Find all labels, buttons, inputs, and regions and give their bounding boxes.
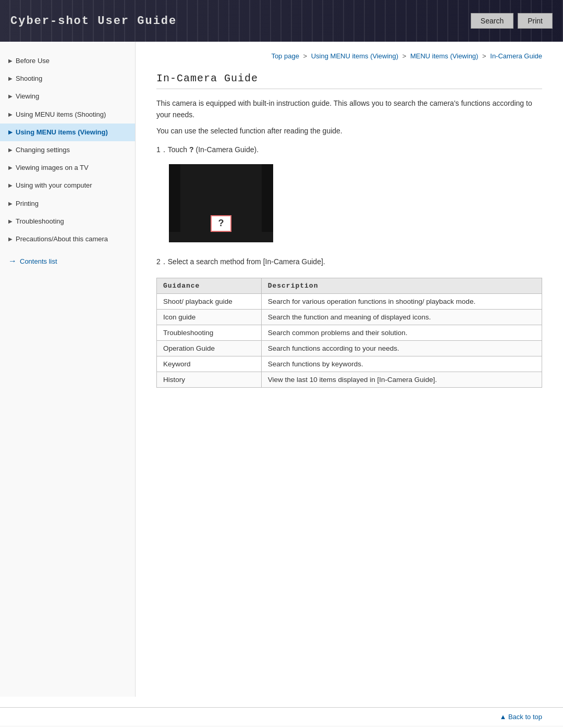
table-cell-guidance: Operation Guide <box>157 340 262 356</box>
sidebar-item-menu-shooting[interactable]: ▶ Using MENU items (Shooting) <box>0 106 135 124</box>
breadcrumb: Top page > Using MENU items (Viewing) > … <box>156 52 542 60</box>
arrow-icon: ▶ <box>8 218 13 225</box>
page-footer: Copyright 2012 Sony Corporation <box>0 726 563 728</box>
guidance-table: Guidance Description Shoot/ playback gui… <box>156 278 542 388</box>
sidebar-item-label: Troubleshooting <box>16 217 64 226</box>
arrow-icon: ▶ <box>8 129 13 136</box>
footer-bar: ▲ Back to top <box>0 707 563 726</box>
table-cell-guidance: History <box>157 372 262 387</box>
table-cell-description: View the last 10 items displayed in [In-… <box>261 372 542 387</box>
step-1-text: 1．Touch ? (In-Camera Guide). <box>156 145 259 154</box>
table-row: Shoot/ playback guideSearch for various … <box>157 293 542 309</box>
page-header: Cyber-shot User Guide Search Print <box>0 0 563 42</box>
breadcrumb-current: In-Camera Guide <box>490 52 542 60</box>
main-content: Top page > Using MENU items (Viewing) > … <box>136 42 563 697</box>
table-cell-guidance: Shoot/ playback guide <box>157 293 262 309</box>
sidebar-item-menu-viewing[interactable]: ▶ Using MENU items (Viewing) <box>0 124 135 141</box>
camera-right-bar <box>262 164 273 232</box>
breadcrumb-using-menu-viewing[interactable]: Using MENU items (Viewing) <box>311 52 398 60</box>
arrow-icon: ▶ <box>8 164 13 171</box>
arrow-icon: ▶ <box>8 93 13 100</box>
arrow-icon: ▶ <box>8 57 13 65</box>
main-container: ▶ Before Use ▶ Shooting ▶ Viewing ▶ Usin… <box>0 42 563 697</box>
sidebar-item-precautions[interactable]: ▶ Precautions/About this camera <box>0 230 135 248</box>
page-title: In-Camera Guide <box>156 72 542 89</box>
body-text-1: This camera is equipped with built-in in… <box>156 97 542 121</box>
breadcrumb-sep-1: > <box>303 52 309 60</box>
arrow-icon: ▶ <box>8 146 13 154</box>
sidebar-item-printing[interactable]: ▶ Printing <box>0 195 135 213</box>
header-buttons: Search Print <box>471 13 553 29</box>
step-2: 2．Select a search method from [In-Camera… <box>156 256 542 267</box>
arrow-icon: ▶ <box>8 182 13 189</box>
table-cell-description: Search functions by keywords. <box>261 356 542 372</box>
sidebar-item-label: Precautions/About this camera <box>16 235 108 244</box>
sidebar-item-label: Before Use <box>16 56 50 66</box>
sidebar-item-before-use[interactable]: ▶ Before Use <box>0 52 135 70</box>
arrow-icon: ▶ <box>8 75 13 82</box>
table-cell-description: Search for various operation functions i… <box>261 293 542 309</box>
sidebar-item-label: Printing <box>16 199 39 208</box>
sidebar-item-viewing[interactable]: ▶ Viewing <box>0 88 135 105</box>
arrow-icon: ▶ <box>8 236 13 243</box>
step-1: 1．Touch ? (In-Camera Guide). <box>156 144 542 155</box>
breadcrumb-sep-3: > <box>482 52 488 60</box>
print-button[interactable]: Print <box>518 13 553 29</box>
camera-left-bar <box>169 164 180 232</box>
sidebar: ▶ Before Use ▶ Shooting ▶ Viewing ▶ Usin… <box>0 42 136 697</box>
sidebar-item-using-computer[interactable]: ▶ Using with your computer <box>0 177 135 194</box>
arrow-icon: ▶ <box>8 111 13 118</box>
sidebar-item-changing-settings[interactable]: ▶ Changing settings <box>0 141 135 159</box>
arrow-right-icon: → <box>8 256 17 266</box>
table-row: Operation GuideSearch functions accordin… <box>157 340 542 356</box>
question-mark-symbol: ? <box>218 218 224 229</box>
sidebar-item-label: Viewing <box>16 92 39 101</box>
sidebar-item-troubleshooting[interactable]: ▶ Troubleshooting <box>0 213 135 230</box>
sidebar-item-viewing-images-tv[interactable]: ▶ Viewing images on a TV <box>0 159 135 177</box>
sidebar-item-label: Viewing images on a TV <box>16 163 89 172</box>
table-cell-guidance: Keyword <box>157 356 262 372</box>
sidebar-item-label: Using with your computer <box>16 181 92 190</box>
table-row: Icon guideSearch the function and meanin… <box>157 309 542 325</box>
search-button[interactable]: Search <box>471 13 513 29</box>
table-cell-description: Search functions according to your needs… <box>261 340 542 356</box>
sidebar-item-label: Changing settings <box>16 145 70 155</box>
breadcrumb-top-page[interactable]: Top page <box>271 52 299 60</box>
table-row: KeywordSearch functions by keywords. <box>157 356 542 372</box>
table-cell-description: Search the function and meaning of displ… <box>261 309 542 325</box>
sidebar-item-shooting[interactable]: ▶ Shooting <box>0 70 135 88</box>
camera-image: ? <box>169 164 273 248</box>
breadcrumb-menu-items-viewing[interactable]: MENU items (Viewing) <box>410 52 479 60</box>
sidebar-item-label: Shooting <box>16 74 42 83</box>
body-text-2: You can use the selected function after … <box>156 125 542 137</box>
table-row: TroubleshootingSearch common problems an… <box>157 325 542 340</box>
arrow-icon: ▶ <box>8 200 13 207</box>
sidebar-item-label: Using MENU items (Viewing) <box>16 128 108 137</box>
table-row: HistoryView the last 10 items displayed … <box>157 372 542 387</box>
table-cell-guidance: Troubleshooting <box>157 325 262 340</box>
step-2-text: 2．Select a search method from [In-Camera… <box>156 257 325 266</box>
question-icon-ref: ? <box>189 145 194 154</box>
contents-list-link[interactable]: → Contents list <box>0 251 135 271</box>
table-cell-guidance: Icon guide <box>157 309 262 325</box>
question-mark-box: ? <box>211 215 231 232</box>
contents-list-label: Contents list <box>20 257 57 265</box>
sidebar-item-label: Using MENU items (Shooting) <box>16 110 106 119</box>
table-cell-description: Search common problems and their solutio… <box>261 325 542 340</box>
site-title: Cyber-shot User Guide <box>10 15 177 28</box>
table-header-description: Description <box>261 278 542 293</box>
breadcrumb-sep-2: > <box>402 52 408 60</box>
back-to-top-link[interactable]: ▲ Back to top <box>499 713 542 721</box>
table-header-guidance: Guidance <box>157 278 262 293</box>
camera-screen: ? <box>169 164 273 242</box>
